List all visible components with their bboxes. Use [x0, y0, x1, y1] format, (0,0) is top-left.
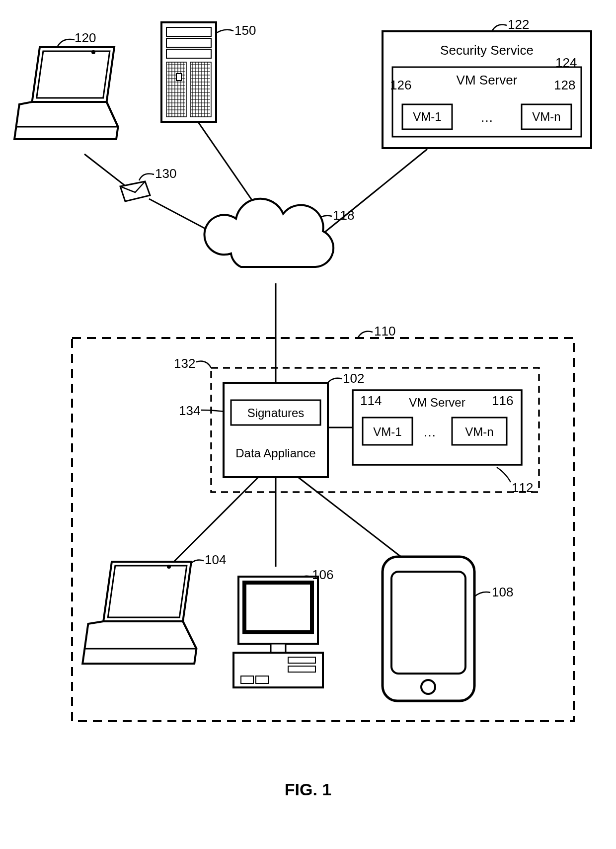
ref-120: 120	[75, 30, 96, 45]
ellipsis-top: …	[480, 110, 493, 125]
svg-rect-58	[176, 74, 181, 81]
smartphone-icon	[383, 557, 474, 701]
laptop-bottom-icon	[82, 562, 200, 664]
ellipsis-mid: …	[423, 424, 436, 439]
ref-150: 150	[234, 23, 256, 38]
svg-rect-13	[166, 49, 211, 58]
desktop-icon	[233, 577, 323, 687]
svg-point-73	[421, 680, 435, 694]
svg-rect-64	[244, 583, 312, 632]
ref-102: 102	[343, 371, 364, 386]
ref-108: 108	[492, 585, 513, 599]
svg-rect-12	[166, 38, 211, 47]
vm1-top-label: VM-1	[413, 110, 441, 123]
svg-rect-15	[190, 62, 211, 117]
ref-130: 130	[155, 166, 176, 181]
signatures-label: Signatures	[247, 406, 305, 420]
ref-132: 132	[174, 356, 195, 371]
ref-134: 134	[179, 403, 200, 418]
svg-line-0	[84, 154, 129, 189]
laptop-icon	[14, 47, 122, 139]
ref-116: 116	[492, 393, 513, 408]
svg-rect-60	[224, 383, 328, 477]
svg-point-62	[167, 565, 171, 569]
ref-128: 128	[554, 78, 575, 92]
svg-rect-65	[271, 644, 286, 653]
svg-rect-14	[166, 62, 186, 117]
server-tower-icon	[161, 22, 216, 122]
ref-110: 110	[374, 324, 395, 339]
ref-104: 104	[205, 552, 226, 567]
ref-124: 124	[555, 55, 577, 70]
security-service-label: Security Service	[440, 43, 534, 58]
vm-server-mid-label: VM Server	[409, 396, 465, 409]
ref-126: 126	[390, 78, 411, 92]
cloud-icon	[204, 199, 333, 267]
data-appliance-box: Signatures Data Appliance	[224, 383, 328, 477]
diagram-canvas: Security Service VM Server VM-1 … VM-n S…	[0, 0, 616, 849]
figure-caption: FIG. 1	[285, 780, 331, 799]
svg-rect-72	[391, 572, 465, 674]
svg-line-6	[174, 477, 258, 562]
svg-rect-67	[288, 657, 315, 663]
vm-server-top-label: VM Server	[457, 73, 518, 87]
svg-rect-11	[166, 27, 211, 36]
ref-106: 106	[312, 567, 333, 582]
ref-112: 112	[512, 480, 533, 495]
ref-114: 114	[360, 393, 382, 408]
vmn-mid-label: VM-n	[465, 425, 493, 438]
vmn-top-label: VM-n	[532, 110, 560, 123]
envelope-icon	[120, 181, 150, 201]
svg-rect-70	[256, 676, 268, 683]
svg-line-8	[298, 477, 407, 562]
svg-point-9	[91, 50, 95, 54]
ref-122: 122	[508, 17, 529, 32]
data-appliance-label: Data Appliance	[235, 446, 315, 460]
svg-rect-68	[288, 666, 315, 672]
ref-118: 118	[333, 208, 354, 223]
vm1-mid-label: VM-1	[373, 425, 401, 438]
svg-rect-69	[241, 676, 253, 683]
